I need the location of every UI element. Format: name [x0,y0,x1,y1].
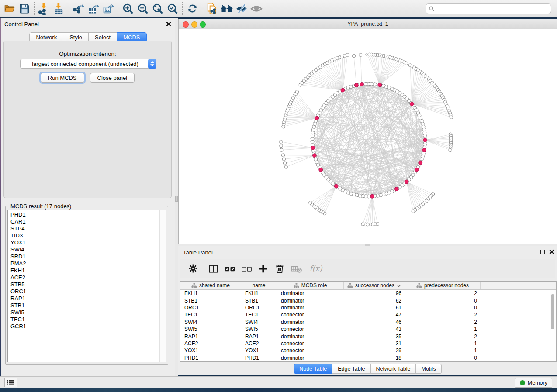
import-network-icon[interactable] [37,1,52,16]
refresh-view-icon[interactable] [185,1,200,16]
float-panel-icon[interactable] [540,250,545,254]
run-mcds-button[interactable]: Run MCDS [41,73,84,83]
table-row[interactable]: SWI4SWI4dominator462 [180,319,556,326]
cell[interactable]: 61 [344,305,405,311]
mcds-result-item[interactable]: STB1 [8,302,159,309]
cell[interactable]: RAP1 [241,334,277,340]
mcds-result-item[interactable]: FKH1 [8,267,159,274]
cell[interactable]: 0 [405,298,481,304]
show-columns-icon[interactable] [207,262,220,275]
cell[interactable]: 43 [344,326,405,332]
export-image-icon[interactable] [101,1,116,16]
zoom-out-icon[interactable] [135,1,150,16]
export-network-icon[interactable] [71,1,86,16]
new-network-from-selection-icon[interactable] [204,1,219,16]
cell[interactable]: STB1 [180,298,241,304]
cell[interactable]: 2 [405,290,481,296]
cell[interactable]: SWI4 [241,319,277,325]
close-panel-icon[interactable] [166,21,171,27]
mcds-result-item[interactable]: YOX1 [8,239,159,246]
table-row[interactable]: SWI5SWI5connector431 [180,326,556,333]
vertical-splitter[interactable] [175,18,178,376]
hide-selected-icon[interactable] [234,1,249,16]
table-row[interactable]: ORC1ORC1dominator610 [180,304,556,311]
cell[interactable]: 47 [344,312,405,318]
mcds-result-item[interactable]: SWI4 [8,246,159,253]
mcds-result-item[interactable]: ACE2 [8,274,159,281]
table-row[interactable]: TEC1TEC1connector472 [180,311,556,318]
table-row[interactable]: RAP1RAP1dominator352 [180,333,556,340]
column-header-predecessor-nodes[interactable]: predecessor nodes [405,282,481,289]
column-header-shared-name[interactable]: shared name [180,282,241,289]
mcds-result-item[interactable]: ORC1 [8,288,159,295]
cell[interactable]: 96 [344,290,405,296]
cell[interactable]: ACE2 [241,340,277,347]
column-header-MCDS-role[interactable]: MCDS role [277,282,344,289]
cell[interactable]: YOX1 [241,347,277,354]
table-row[interactable]: STB1STB1dominator620 [180,297,556,304]
cell[interactable]: FKH1 [180,290,241,296]
cell[interactable]: 18 [344,355,405,361]
cell[interactable]: 1 [405,340,481,347]
cell[interactable]: dominator [277,298,344,304]
network-canvas[interactable] [179,29,557,244]
mcds-result-item[interactable]: TEC1 [8,316,159,323]
cell[interactable]: connector [277,312,344,318]
table-row[interactable]: ACE2ACE2connector311 [180,340,556,347]
cell[interactable]: TEC1 [241,312,277,318]
mcds-result-item[interactable]: PHD1 [8,211,159,218]
cell[interactable]: YOX1 [180,347,241,354]
tab-edge-table[interactable]: Edge Table [332,364,370,374]
cell[interactable]: 31 [344,340,405,347]
zoom-fit-icon[interactable] [150,1,165,16]
cell[interactable]: dominator [277,319,344,325]
splitter-handle[interactable] [175,196,178,202]
cell[interactable]: 62 [344,298,405,304]
cell[interactable]: 2 [405,319,481,325]
cell[interactable]: RAP1 [180,334,241,340]
first-neighbors-icon[interactable] [219,1,234,16]
export-table-icon[interactable] [86,1,101,16]
zoom-selected-icon[interactable] [165,1,180,16]
mcds-result-item[interactable]: TID3 [8,232,159,239]
table-options-icon[interactable] [187,262,200,275]
column-header-name[interactable]: name [241,282,277,289]
zoom-in-icon[interactable] [121,1,135,16]
table-row[interactable]: YOX1YOX1connector291 [180,347,556,354]
mcds-result-item[interactable]: SRD1 [8,253,159,260]
cell[interactable]: PHD1 [241,355,277,361]
cell[interactable]: connector [277,347,344,354]
tab-network-table[interactable]: Network Table [371,364,416,374]
cell[interactable]: connector [277,340,344,347]
cell[interactable]: connector [277,326,344,332]
cell[interactable]: dominator [277,305,344,311]
cell[interactable]: ACE2 [180,340,241,347]
add-row-icon[interactable] [256,262,270,275]
cell[interactable]: FKH1 [241,290,277,296]
cell[interactable]: dominator [277,290,344,296]
cell[interactable]: 0 [405,355,481,361]
mcds-result-item[interactable]: GCR1 [8,323,159,330]
close-panel-button[interactable]: Close panel [90,73,135,83]
cell[interactable]: dominator [277,334,344,340]
search-input[interactable] [435,5,548,12]
cell[interactable]: dominator [277,355,344,361]
cell[interactable]: 2 [405,334,481,340]
mcds-result-item[interactable]: STP4 [8,225,159,232]
delete-row-icon[interactable] [273,262,286,275]
memory-button[interactable]: Memory [515,378,552,388]
cell[interactable]: SWI4 [180,319,241,325]
cell[interactable]: 29 [344,347,405,354]
cell[interactable]: TEC1 [180,312,241,318]
mcds-result-item[interactable]: CAR1 [8,218,159,225]
cell[interactable]: 46 [344,319,405,325]
table-row[interactable]: PHD1PHD1dominator180 [180,354,556,361]
scrollbar-thumb[interactable] [551,294,554,329]
mcds-result-list[interactable]: PHD1CAR1STP4TID3YOX1SWI4SRD1PMA2FKH1ACE2… [7,210,166,362]
network-window-titlebar[interactable]: YPA_prune.txt_1 [179,19,557,29]
cell[interactable]: 1 [405,326,481,332]
mcds-result-item[interactable]: PMA2 [8,260,159,267]
mcds-result-item[interactable]: STB5 [8,281,159,288]
table-scrollbar[interactable] [550,290,556,361]
cell[interactable]: SWI5 [241,326,277,332]
